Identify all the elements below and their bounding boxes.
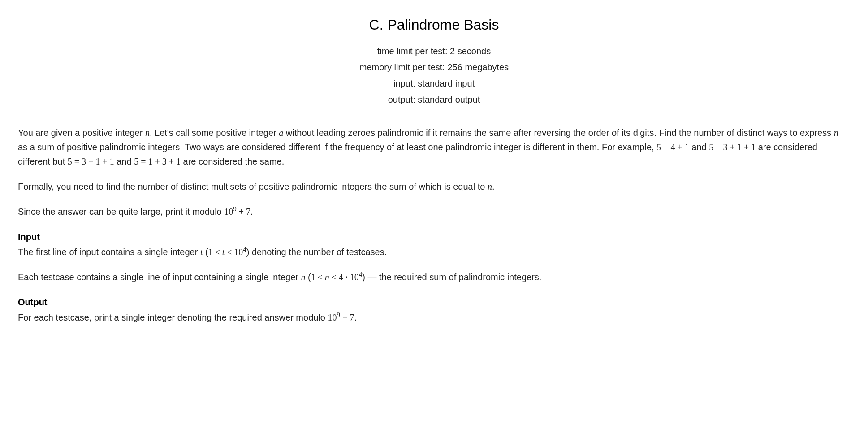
- text: .: [492, 182, 495, 191]
- text: For each testcase, print a single intege…: [18, 312, 328, 322]
- input-paragraph-1: The first line of input contains a singl…: [18, 245, 850, 259]
- text: Formally, you need to find the number of…: [18, 182, 488, 191]
- mod-exp: 9: [233, 206, 237, 213]
- range-b: ≤ 4 · 10: [329, 272, 359, 282]
- text: without leading zeroes palindromic if it…: [283, 128, 833, 138]
- mod-base: 10: [328, 312, 337, 322]
- problem-header: C. Palindrome Basis time limit per test:…: [18, 13, 850, 108]
- range-exp: 4: [243, 246, 246, 253]
- math-var-a: a: [279, 128, 283, 138]
- text: Each testcase contains a single line of …: [18, 272, 301, 282]
- output-spec: output: standard output: [18, 91, 850, 108]
- text: as a sum of positive palindromic integer…: [18, 142, 656, 152]
- mod-base: 10: [224, 207, 233, 217]
- math-range: 1 ≤ n ≤ 4 · 104: [311, 272, 362, 282]
- math-eq: 5 = 1 + 3 + 1: [134, 156, 181, 166]
- text: . Let's call some positive integer: [150, 128, 279, 138]
- range-a: 1 ≤: [208, 247, 222, 257]
- text: (: [203, 247, 208, 257]
- input-spec: input: standard input: [18, 75, 850, 91]
- text: The first line of input contains a singl…: [18, 247, 200, 257]
- math-var-n: n: [301, 272, 306, 282]
- output-section-title: Output: [18, 295, 850, 309]
- input-section-title: Input: [18, 230, 850, 244]
- math-eq: 5 = 3 + 1 + 1: [709, 142, 756, 152]
- output-paragraph-1: For each testcase, print a single intege…: [18, 310, 850, 325]
- time-limit: time limit per test: 2 seconds: [18, 43, 850, 59]
- text: are considered the same.: [181, 156, 284, 166]
- text: and: [114, 156, 134, 166]
- paragraph-2: Formally, you need to find the number of…: [18, 179, 850, 194]
- math-range: 1 ≤ t ≤ 104: [208, 247, 246, 257]
- paragraph-1: You are given a positive integer n. Let'…: [18, 126, 850, 169]
- math-var-n: n: [488, 182, 492, 191]
- text: ) — the required sum of palindromic inte…: [362, 272, 541, 282]
- text: Since the answer can be quite large, pri…: [18, 207, 224, 217]
- text: You are given a positive integer: [18, 128, 145, 138]
- text: .: [250, 207, 253, 217]
- input-paragraph-2: Each testcase contains a single line of …: [18, 270, 850, 284]
- problem-title: C. Palindrome Basis: [18, 13, 850, 36]
- memory-limit: memory limit per test: 256 megabytes: [18, 59, 850, 75]
- range-var: n: [325, 272, 329, 282]
- text: .: [354, 312, 357, 322]
- range-b: ≤ 10: [225, 247, 243, 257]
- text: ) denoting the number of testcases.: [246, 247, 387, 257]
- math-mod: 109 + 7: [328, 312, 354, 322]
- text: (: [306, 272, 311, 282]
- mod-tail: + 7: [237, 207, 250, 217]
- problem-statement: You are given a positive integer n. Let'…: [18, 126, 850, 325]
- math-var-n: n: [834, 128, 838, 138]
- math-eq: 5 = 3 + 1 + 1: [68, 156, 114, 166]
- text: and: [689, 142, 709, 152]
- mod-exp: 9: [337, 312, 341, 319]
- range-a: 1 ≤: [311, 272, 325, 282]
- math-eq: 5 = 4 + 1: [656, 142, 689, 152]
- math-var-n: n: [145, 128, 150, 138]
- math-mod: 109 + 7: [224, 207, 250, 217]
- paragraph-3: Since the answer can be quite large, pri…: [18, 204, 850, 219]
- mod-tail: + 7: [340, 312, 354, 322]
